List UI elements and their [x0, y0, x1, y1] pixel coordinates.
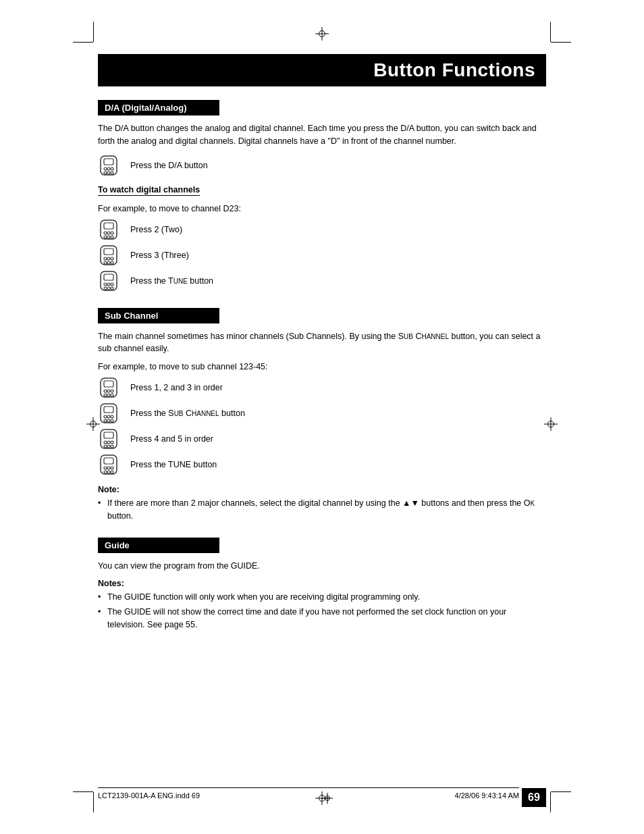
svg-point-18	[104, 257, 107, 260]
sub-step-1-row: Press 1, 2 and 3 in order	[98, 377, 546, 400]
page-title-bar: Button Functions	[98, 54, 546, 86]
svg-point-39	[111, 394, 113, 396]
svg-point-34	[104, 390, 107, 392]
svg-point-35	[107, 390, 110, 392]
svg-point-63	[111, 471, 113, 473]
svg-point-14	[107, 236, 110, 238]
da-step-1-label: Press 2 (Two)	[130, 224, 182, 236]
svg-point-38	[107, 394, 110, 396]
sub-step-4-row: Press the TUNE button	[98, 454, 546, 477]
page-number: 69	[528, 791, 540, 804]
remote-button-icon-2	[98, 219, 119, 242]
svg-point-53	[104, 445, 107, 448]
da-sub-heading: To watch digital channels	[98, 185, 200, 196]
remote-button-icon-sub1	[98, 377, 119, 400]
sub-step-4-label: Press the TUNE button	[130, 459, 217, 471]
footer-right: 4/28/06 9:43:14 AM	[455, 791, 519, 804]
sub-step-3-label: Press 4 and 5 in order	[130, 434, 213, 446]
remote-button-icon-sub4	[98, 454, 119, 477]
sub-channel-section: Sub Channel The main channel sometimes h…	[98, 308, 546, 523]
svg-point-3	[107, 167, 110, 170]
guide-body: You can view the program from the GUIDE.	[98, 560, 546, 573]
svg-point-58	[104, 467, 107, 469]
crop-mark-br-v	[550, 792, 551, 812]
da-step-3-label: Press the TUNE button	[130, 276, 213, 288]
crop-mark-tl-h	[73, 42, 93, 43]
crop-mark-tl-v	[93, 22, 94, 42]
page-number-box: 69	[522, 788, 546, 807]
svg-point-52	[111, 441, 113, 444]
sub-channel-note-heading: Note:	[98, 485, 546, 494]
svg-point-51	[107, 441, 110, 444]
svg-point-61	[104, 471, 107, 473]
svg-rect-33	[104, 381, 113, 387]
remote-button-icon-da	[98, 155, 119, 178]
sub-channel-body: The main channel sometimes has minor cha…	[98, 330, 546, 356]
da-button-label: Press the D/A button	[130, 160, 208, 172]
svg-point-55	[111, 445, 113, 448]
svg-point-43	[107, 415, 110, 418]
main-content: Button Functions D/A (Digital/Analog) Th…	[98, 54, 546, 780]
svg-point-50	[104, 441, 107, 444]
svg-point-12	[111, 232, 113, 234]
crop-mark-tr-h	[551, 42, 571, 43]
guide-header: Guide	[98, 538, 219, 553]
crop-mark-br-h	[551, 791, 571, 792]
page: Button Functions D/A (Digital/Analog) Th…	[0, 0, 644, 834]
svg-point-13	[104, 236, 107, 238]
svg-point-30	[107, 287, 110, 290]
svg-point-42	[104, 415, 107, 418]
svg-point-59	[107, 467, 110, 469]
svg-point-45	[104, 419, 107, 422]
svg-point-22	[107, 261, 110, 264]
guide-note-1: The GUIDE function will only work when y…	[98, 591, 546, 604]
svg-point-19	[107, 257, 110, 260]
crop-mark-bl-h	[73, 791, 93, 792]
sub-step-2-label: Press the SUB CHANNEL button	[130, 408, 245, 420]
sub-step-1-label: Press 1, 2 and 3 in order	[130, 382, 223, 394]
footer-left: LCT2139-001A-A ENG.indd 69	[98, 791, 200, 804]
svg-point-28	[111, 283, 113, 286]
svg-point-60	[111, 467, 113, 469]
sub-step-2-row: Press the SUB CHANNEL button	[98, 402, 546, 425]
svg-rect-57	[104, 458, 113, 464]
svg-point-46	[107, 419, 110, 422]
svg-rect-41	[104, 407, 113, 413]
svg-point-37	[104, 394, 107, 396]
svg-point-29	[104, 287, 107, 290]
da-section: D/A (Digital/Analog) The D/A button chan…	[98, 100, 546, 293]
svg-point-11	[107, 232, 110, 234]
svg-point-6	[107, 172, 110, 174]
da-step-1-row: Press 2 (Two)	[98, 219, 546, 242]
da-step-2-row: Press 3 (Three)	[98, 244, 546, 267]
svg-point-27	[107, 283, 110, 286]
guide-section: Guide You can view the program from the …	[98, 538, 546, 631]
svg-point-20	[111, 257, 113, 260]
svg-point-5	[104, 172, 107, 174]
da-body-text: The D/A button changes the analog and di…	[98, 122, 546, 148]
svg-rect-49	[104, 432, 113, 438]
svg-rect-17	[104, 249, 113, 255]
svg-point-21	[104, 261, 107, 264]
crop-mark-tr-v	[550, 22, 551, 42]
reg-mark-top	[315, 27, 329, 43]
guide-notes-heading: Notes:	[98, 579, 546, 588]
svg-point-15	[111, 236, 113, 238]
sub-channel-note-1: If there are more than 2 major channels,…	[98, 497, 546, 523]
footer-center-reg	[322, 791, 333, 804]
svg-point-54	[107, 445, 110, 448]
svg-point-36	[111, 390, 113, 392]
svg-point-2	[104, 167, 107, 170]
da-step-3-row: Press the TUNE button	[98, 270, 546, 293]
svg-point-47	[111, 419, 113, 422]
reg-mark-right	[544, 417, 558, 433]
page-title: Button Functions	[109, 59, 535, 81]
svg-point-4	[111, 167, 113, 170]
svg-point-62	[107, 471, 110, 473]
svg-point-7	[111, 172, 113, 174]
svg-point-23	[111, 261, 113, 264]
footer: LCT2139-001A-A ENG.indd 69 4/28/06 9:43:…	[98, 787, 519, 804]
crop-mark-bl-v	[93, 792, 94, 812]
guide-note-2: The GUIDE will not show the correct time…	[98, 606, 546, 631]
svg-point-31	[111, 287, 113, 290]
